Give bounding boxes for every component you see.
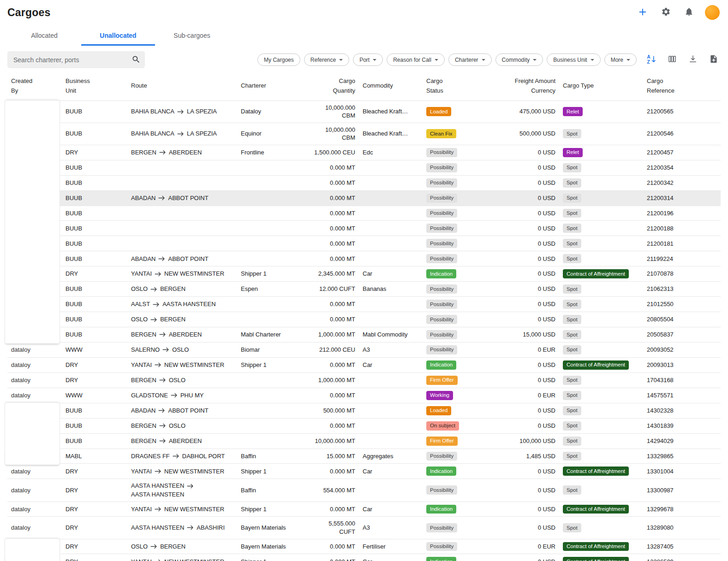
- business-unit-cell: BUUB: [62, 418, 127, 433]
- created-by-cell: dataloy: [7, 342, 62, 357]
- status-cell: Working: [423, 388, 500, 403]
- table-row[interactable]: dataloy DRY AASTA HANSTEEN AASTA HANSTEE…: [7, 479, 721, 502]
- table-row[interactable]: DRY YANTAI NEW WESTMINSTER Shipper 1 0.0…: [7, 554, 721, 561]
- columns-button[interactable]: [665, 53, 679, 67]
- table-row[interactable]: BUUB ABADAN ABBOT POINT 0.000 MT Possibi…: [7, 251, 721, 266]
- quantity-cell: 1,000.000 MT: [307, 327, 359, 343]
- route-arrow-icon: [159, 150, 166, 155]
- freight-cell: 0 EUR: [500, 388, 559, 403]
- table-row[interactable]: BUUB 0.000 MT Possibility 0 USD Spot 212…: [7, 160, 721, 175]
- table-row[interactable]: DRY YANTAI NEW WESTMINSTER Shipper 1 2,3…: [7, 266, 721, 282]
- cargo-status-badge: On subject: [426, 421, 459, 431]
- table-row[interactable]: BUUB BERGEN OSLO 0.000 MT On subject 0 U…: [7, 418, 721, 433]
- avatar[interactable]: [705, 5, 720, 20]
- status-cell: Possibility: [423, 251, 500, 266]
- tab-allocated[interactable]: Allocated: [7, 26, 81, 46]
- add-button[interactable]: [636, 6, 650, 19]
- status-cell: Possibility: [423, 282, 500, 297]
- freight-cell: 0 USD: [500, 282, 559, 297]
- table-row[interactable]: dataloy DRY YANTAI NEW WESTMINSTER Shipp…: [7, 502, 721, 517]
- status-cell: Loaded: [423, 403, 500, 418]
- table-row[interactable]: dataloy WWW GLADSTONE PHU MY 0.000 MT Wo…: [7, 388, 721, 403]
- table-row[interactable]: BUUB BAHIA BLANCA LA SPEZIA Dataloy 10,0…: [7, 100, 721, 123]
- route-cell: [127, 160, 237, 175]
- table-row[interactable]: BUUB BAHIA BLANCA LA SPEZIA Equinor 10,0…: [7, 123, 721, 145]
- download-button[interactable]: [686, 53, 700, 67]
- commodity-cell: Fertiliser: [359, 539, 423, 554]
- column-header-cargo-reference: CargoReference: [643, 73, 721, 100]
- reference-cell: 21200354: [643, 160, 721, 175]
- route-cell: [127, 206, 237, 221]
- cargo-type-badge: Spot: [563, 129, 581, 138]
- table-row[interactable]: dataloy DRY BERGEN OSLO 1,000.000 MT Fir…: [7, 372, 721, 388]
- sort-button[interactable]: A Z: [644, 53, 658, 67]
- table-row[interactable]: BUUB 0.000 MT Possibility 0 USD Spot 212…: [7, 175, 721, 190]
- table-row[interactable]: MABL DRAGNES FF DABHOL PORT Baffin 15.00…: [7, 449, 721, 464]
- route-arrow-icon: [159, 378, 166, 383]
- cargo-type-cell: Relet: [559, 100, 643, 123]
- route-arrow-icon: [158, 195, 165, 201]
- settings-button[interactable]: [659, 6, 673, 19]
- tab-unallocated[interactable]: Unallocated: [81, 26, 155, 46]
- status-cell: Possibility: [423, 539, 500, 554]
- table-row[interactable]: BUUB BERGEN ABERDEEN 10,000.000 MT Firm …: [7, 433, 721, 449]
- route-cell: SALERNO OSLO: [127, 342, 237, 357]
- filter-chip-port[interactable]: Port: [353, 53, 383, 66]
- table-row[interactable]: dataloy DRY YANTAI NEW WESTMINSTER Shipp…: [7, 464, 721, 479]
- column-header-freight-amount-currency: Freight AmountCurrency: [500, 73, 559, 100]
- filter-chip-charterer[interactable]: Charterer: [448, 53, 492, 66]
- table-row[interactable]: dataloy WWW SALERNO OSLO Biomar 212.000 …: [7, 342, 721, 357]
- tab-sub-cargoes[interactable]: Sub-cargoes: [155, 26, 229, 46]
- reference-cell: 21199224: [643, 251, 721, 266]
- filter-chip-my-cargoes[interactable]: My Cargoes: [257, 53, 300, 66]
- route-arrow-icon: [150, 287, 157, 292]
- charterer-cell: [237, 418, 307, 433]
- created-by-cell: [7, 145, 62, 160]
- table-row[interactable]: BUUB 0.000 MT Possibility 0 USD Spot 212…: [7, 206, 721, 221]
- table-row[interactable]: BUUB BERGEN ABERDEEN Mabl Charterer 1,00…: [7, 327, 721, 343]
- table-row[interactable]: BUUB 0.000 MT Possibility 0 USD Spot 212…: [7, 221, 721, 236]
- chevron-down-icon: [339, 59, 343, 61]
- cargo-status-badge: Possibility: [426, 330, 457, 339]
- business-unit-cell: BUUB: [62, 251, 127, 266]
- cargo-status-badge: Indication: [426, 557, 456, 561]
- table-row[interactable]: BUUB OSLO BERGEN 0.000 MT Possibility 0 …: [7, 312, 721, 327]
- table-row[interactable]: dataloy DRY AASTA HANSTEEN ABASHIRI Baye…: [7, 517, 721, 539]
- filter-chip-more[interactable]: More: [604, 53, 637, 66]
- charterer-cell: Frontline: [237, 145, 307, 160]
- route-cell: [127, 175, 237, 190]
- table-row[interactable]: BUUB ABADAN ABBOT POINT 500.000 MT Loade…: [7, 403, 721, 418]
- route-cell: BAHIA BLANCA LA SPEZIA: [127, 123, 237, 145]
- filter-chip-business-unit[interactable]: Business Unit: [547, 53, 600, 66]
- filter-chip-reference[interactable]: Reference: [304, 53, 349, 66]
- business-unit-cell: DRY: [62, 357, 127, 372]
- table-row[interactable]: dataloy DRY YANTAI NEW WESTMINSTER Shipp…: [7, 357, 721, 372]
- table-row[interactable]: DRY OSLO BERGEN Bayern Materials 0.000 M…: [7, 539, 721, 554]
- table-row[interactable]: DRY BERGEN ABERDEEN Frontline 1,500.000 …: [7, 145, 721, 160]
- columns-icon: [668, 54, 677, 65]
- reference-cell: 13300987: [643, 479, 721, 502]
- reference-cell: 13289080: [643, 517, 721, 539]
- notifications-button[interactable]: [682, 6, 696, 19]
- business-unit-cell: DRY: [62, 517, 127, 539]
- filter-chip-commodity[interactable]: Commodity: [495, 53, 543, 66]
- table-row[interactable]: BUUB OSLO BERGEN Espen 12.000 CUFT Banan…: [7, 282, 721, 297]
- cargo-type-cell: Spot: [559, 297, 643, 312]
- cargo-status-badge: Possibility: [426, 163, 457, 172]
- table-row[interactable]: BUUB 0.000 MT Possibility 0 USD Spot 212…: [7, 236, 721, 251]
- filter-chip-reason-for-call[interactable]: Reason for Call: [387, 53, 445, 66]
- commodity-cell: Car: [359, 502, 423, 517]
- cargo-type-cell: Spot: [559, 206, 643, 221]
- reference-cell: 13329865: [643, 449, 721, 464]
- table-row[interactable]: BUUB AALST AASTA HANSTEEN 0.000 MT Possi…: [7, 297, 721, 312]
- cargo-type-cell: Spot: [559, 433, 643, 449]
- cargo-type-cell: Contract of Affreightment: [559, 554, 643, 561]
- table-row[interactable]: BUUB ABADAN ABBOT POINT 0.000 MT Possibi…: [7, 190, 721, 206]
- created-by-cell: [7, 433, 62, 449]
- search-input[interactable]: [7, 51, 145, 68]
- route-arrow-icon: [177, 131, 184, 136]
- status-cell: Possibility: [423, 479, 500, 502]
- add-file-button[interactable]: [707, 53, 721, 67]
- route-arrow-icon: [158, 408, 165, 413]
- commodity-cell: Car: [359, 464, 423, 479]
